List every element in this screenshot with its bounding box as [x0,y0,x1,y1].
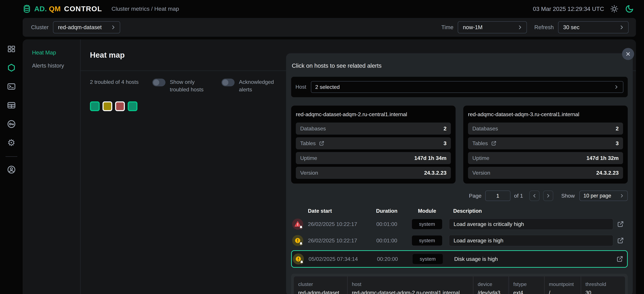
open-alert-button[interactable] [612,255,627,263]
external-link-icon [617,220,624,228]
hexagon-icon [7,63,16,72]
brand-part-2: QM [49,5,61,13]
acknowledged-alerts-toggle[interactable] [222,79,234,86]
gear-icon: ⚙ [7,138,15,147]
col-module: Module [405,208,449,214]
host-label: Host [296,84,306,90]
key-icon [6,119,16,129]
table-icon [7,101,16,110]
per-page-select[interactable]: 10 per page [580,191,628,201]
host-card: red-adqmc-dataset-adqm-2.ru-central1.int… [291,106,456,184]
app-logo[interactable]: AD.QMCONTROL [22,3,102,14]
bell-icon [298,241,304,247]
host-select-value: 2 selected [315,84,340,90]
alerts-table: Date start Duration Module Description 2… [291,208,628,268]
alert-row-selected[interactable]: 05/02/2025 07:34:14 00:20:00 system Disk… [291,250,628,268]
detail-value: ext4 [513,290,540,294]
host-stat-row: Tables 3 [296,137,451,149]
alert-date: 26/02/2025 10:22:17 [308,238,368,244]
detail-label: fstype [513,282,540,287]
warning-alert-icon [293,254,304,265]
nav-dashboard-button[interactable] [6,44,16,54]
detail-value: /dev/vda3 [478,290,504,294]
heat-square-host-1[interactable] [90,101,100,111]
nav-access-button[interactable] [6,119,16,129]
host-card: red-adqmc-dataset-adqm-3.ru-central1.int… [463,106,628,184]
stat-value: 2 [616,126,619,132]
host-select[interactable]: 2 selected [311,81,623,93]
module-badge: system [412,219,442,229]
critical-alert-icon [292,219,303,230]
detail-cell: mountpoint / [544,277,581,294]
stat-label: Version [472,170,490,176]
top-bar: AD.QMCONTROL Cluster metrics / Heat map … [0,0,644,17]
stat-value: 3 [444,140,446,146]
stat-label: Tables [300,140,316,146]
troubled-hosts-summary: 2 troubled of 4 hosts [90,78,140,86]
alert-details: cluster red-adqm-dataset host red-adqmc-… [291,274,628,294]
panel-close-button[interactable] [622,48,634,60]
show-only-troubled-toggle[interactable] [152,79,166,86]
pagination: Page 1 of 1 Show 10 per page [291,191,628,201]
dark-theme-button[interactable] [624,4,634,14]
chevron-right-icon [619,24,624,30]
detail-value: / [549,290,576,294]
heat-square-host-4[interactable] [128,101,138,111]
breadcrumb: Cluster metrics / Heat map [112,5,179,12]
alert-duration: 00:01:00 [368,221,405,227]
nav-tables-button[interactable] [6,100,16,110]
subnav-item-heat-map[interactable]: Heat Map [32,49,80,56]
refresh-select-value: 30 sec [563,24,580,30]
external-link-icon[interactable] [491,140,497,146]
host-stat-row: Tables 3 [468,137,623,149]
nav-settings-button[interactable]: ⚙ [6,138,16,148]
nav-cluster-button[interactable] [6,62,16,73]
stat-label: Uptime [300,155,317,161]
per-page-value: 10 per page [584,193,611,199]
module-badge: system [412,254,443,264]
external-link-icon [616,255,624,263]
rail-divider [6,156,17,157]
nav-console-button[interactable] [6,81,16,92]
light-theme-button[interactable] [610,4,619,14]
alert-row[interactable]: 26/02/2025 10:22:17 00:01:00 system Load… [291,217,628,232]
heat-square-host-3[interactable] [115,101,125,111]
stat-label: Databases [472,126,498,132]
open-alert-button[interactable] [613,237,628,244]
alerts-table-header: Date start Duration Module Description [291,208,628,215]
open-alert-button[interactable] [613,220,628,228]
logo-icon [22,3,32,14]
chevron-right-icon [517,24,523,30]
time-select[interactable]: now-1M [458,21,527,33]
dashboard-grid-icon [7,44,16,53]
nav-account-button[interactable] [6,164,16,175]
alert-row[interactable]: 26/02/2025 10:22:17 00:01:00 system Load… [291,233,628,248]
page-of-label: of 1 [514,193,523,199]
external-link-icon[interactable] [319,140,324,146]
subnav-item-alerts-history[interactable]: Alerts history [32,62,80,69]
warning-alert-icon [292,235,303,246]
next-page-button[interactable] [543,191,553,201]
host-stat-row: Databases 2 [468,123,623,135]
cluster-select[interactable]: red-adqm-dataset [53,21,120,33]
prev-page-button[interactable] [530,191,540,201]
brand-part-3: CONTROL [64,5,102,13]
panel-title: Click on hosts to see related alerts [292,62,628,69]
stat-label: Version [300,170,318,176]
current-datetime: 03 Mar 2025 12:29:34 UTC [533,5,604,12]
heat-square-host-2[interactable] [102,101,112,111]
stat-value: 24.3.2.23 [424,170,446,176]
filter-bar: Cluster red-adqm-dataset Time now-1M Ref… [23,18,636,37]
acknowledged-alerts-label: Acknowledged alerts [239,78,274,93]
alert-duration: 00:01:00 [368,238,405,244]
stat-value: 147d 1h 34m [414,155,446,161]
detail-value: red-adqmc-dataset-adqm-2.ru-central1.int… [352,290,469,294]
page-input[interactable]: 1 [485,191,510,201]
refresh-select[interactable]: 30 sec [558,21,628,33]
chevron-right-icon [546,193,551,199]
close-icon [625,51,631,57]
icon-rail: ⚙ [0,39,23,294]
alert-date: 26/02/2025 10:22:17 [308,221,368,227]
alert-date: 05/02/2025 07:34:14 [308,256,369,262]
chevron-right-icon [614,84,619,90]
